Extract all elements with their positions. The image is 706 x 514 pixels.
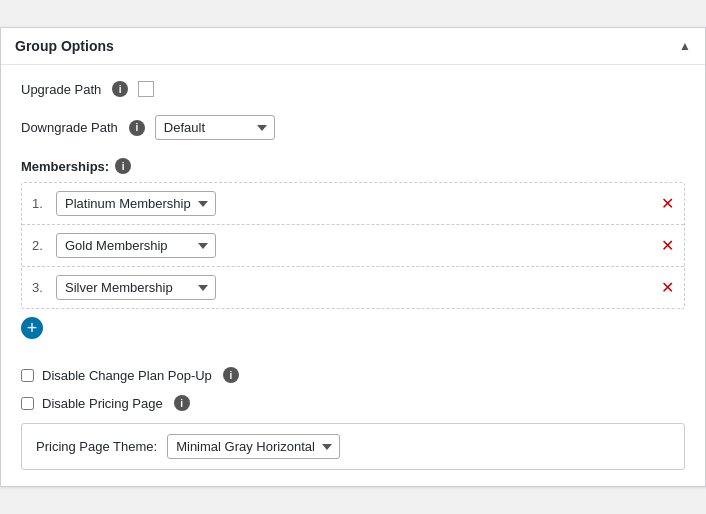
membership-list: 1. Platinum Membership Gold Membership S… bbox=[21, 182, 685, 309]
disable-pricing-checkbox[interactable] bbox=[21, 397, 34, 410]
panel-body: Upgrade Path i Downgrade Path i Default … bbox=[1, 65, 705, 486]
pricing-theme-label: Pricing Page Theme: bbox=[36, 439, 157, 454]
disable-change-plan-checkbox[interactable] bbox=[21, 369, 34, 382]
disable-pricing-row: Disable Pricing Page i bbox=[21, 395, 685, 411]
downgrade-path-select[interactable]: Default None Custom bbox=[155, 115, 275, 140]
add-membership-button[interactable]: + bbox=[21, 317, 43, 339]
disable-change-plan-info-icon[interactable]: i bbox=[223, 367, 239, 383]
panel-header: Group Options ▲ bbox=[1, 28, 705, 65]
membership-number-3: 3. bbox=[32, 280, 50, 295]
upgrade-path-label: Upgrade Path bbox=[21, 82, 101, 97]
upgrade-path-info-icon[interactable]: i bbox=[112, 81, 128, 97]
membership-remove-2[interactable]: ✕ bbox=[661, 238, 674, 254]
disable-change-plan-label: Disable Change Plan Pop-Up bbox=[42, 368, 212, 383]
memberships-info-icon[interactable]: i bbox=[115, 158, 131, 174]
membership-remove-1[interactable]: ✕ bbox=[661, 196, 674, 212]
upgrade-path-checkbox[interactable] bbox=[138, 81, 154, 97]
disable-pricing-info-icon[interactable]: i bbox=[174, 395, 190, 411]
panel-title: Group Options bbox=[15, 38, 114, 54]
membership-select-3[interactable]: Platinum Membership Gold Membership Silv… bbox=[56, 275, 216, 300]
group-options-panel: Group Options ▲ Upgrade Path i Downgrade… bbox=[0, 27, 706, 487]
panel-collapse-icon[interactable]: ▲ bbox=[679, 39, 691, 53]
disable-change-plan-row: Disable Change Plan Pop-Up i bbox=[21, 367, 685, 383]
pricing-theme-select[interactable]: Minimal Gray Horizontal Default Blue Gre… bbox=[167, 434, 340, 459]
membership-select-1[interactable]: Platinum Membership Gold Membership Silv… bbox=[56, 191, 216, 216]
memberships-label: Memberships: i bbox=[21, 158, 685, 174]
membership-item: 2. Platinum Membership Gold Membership S… bbox=[22, 225, 684, 267]
membership-item: 3. Platinum Membership Gold Membership S… bbox=[22, 267, 684, 308]
membership-select-2[interactable]: Platinum Membership Gold Membership Silv… bbox=[56, 233, 216, 258]
membership-remove-3[interactable]: ✕ bbox=[661, 280, 674, 296]
memberships-section: Memberships: i 1. Platinum Membership Go… bbox=[21, 158, 685, 353]
membership-number-2: 2. bbox=[32, 238, 50, 253]
pricing-theme-box: Pricing Page Theme: Minimal Gray Horizon… bbox=[21, 423, 685, 470]
membership-number-1: 1. bbox=[32, 196, 50, 211]
membership-item: 1. Platinum Membership Gold Membership S… bbox=[22, 183, 684, 225]
upgrade-path-row: Upgrade Path i bbox=[21, 81, 685, 97]
disable-pricing-label: Disable Pricing Page bbox=[42, 396, 163, 411]
downgrade-path-info-icon[interactable]: i bbox=[129, 120, 145, 136]
downgrade-path-row: Downgrade Path i Default None Custom bbox=[21, 115, 685, 140]
downgrade-path-label: Downgrade Path bbox=[21, 120, 118, 135]
